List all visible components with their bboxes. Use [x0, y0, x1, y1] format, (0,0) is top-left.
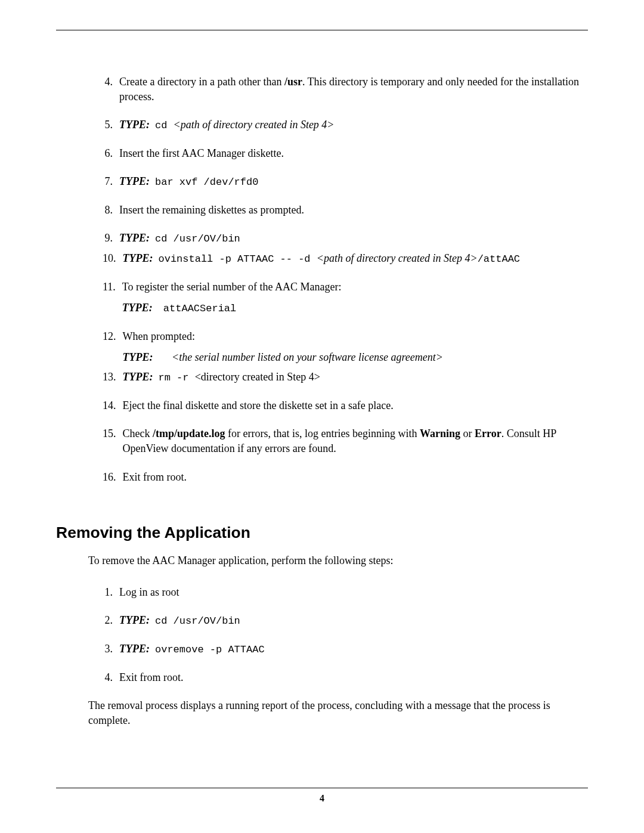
command: rm -r: [159, 372, 195, 383]
step-number: 16.: [103, 470, 123, 485]
step-12: 12. When prompted: TYPE: <the serial num…: [103, 329, 588, 365]
command: cd /usr/OV/bin: [155, 615, 240, 627]
step-number: 6.: [103, 146, 119, 161]
step-number: 2.: [103, 613, 119, 628]
step-text: TYPE: rm -r <directory created in Step 4…: [123, 370, 589, 385]
step-8: 8. Insert the remaining diskettes as pro…: [103, 203, 588, 218]
type-label: TYPE:: [122, 302, 153, 314]
type-label: TYPE:: [123, 371, 153, 383]
footer: 4: [56, 788, 588, 805]
step-9: 9. TYPE: cd /usr/OV/bin: [103, 231, 588, 246]
section-intro: To remove the AAC Manager application, p…: [88, 553, 588, 568]
step-text: When prompted:: [123, 329, 589, 344]
step-text: Exit from root.: [119, 670, 588, 685]
step-text: TYPE: ovremove -p ATTAAC: [119, 642, 588, 657]
usr-path: /usr: [284, 76, 302, 88]
closing-text: The removal process displays a running r…: [88, 698, 588, 728]
step-number: 1.: [103, 585, 119, 600]
step-number: 3.: [103, 642, 119, 657]
type-label: TYPE:: [119, 175, 150, 187]
step-number: 4.: [103, 75, 119, 104]
step-11: 11. To register the serial number of the…: [103, 280, 588, 316]
step-number: 9.: [103, 231, 119, 246]
remove-steps: 1. Log in as root 2. TYPE: cd /usr/OV/bi…: [103, 585, 588, 685]
step-text: Exit from root.: [123, 470, 589, 485]
command: bar xvf /dev/rfd0: [155, 176, 258, 188]
arg: <path of directory created in Step 4>: [317, 252, 478, 264]
step-number: 13.: [103, 370, 123, 385]
step-number: 7.: [103, 174, 119, 190]
type-label: TYPE:: [123, 252, 153, 264]
step-text: TYPE: cd <path of directory created in S…: [119, 117, 588, 133]
step-text: Insert the remaining diskettes as prompt…: [119, 203, 588, 218]
step-15: 15. Check /tmp/update.log for errors, th…: [103, 426, 588, 456]
section-heading: Removing the Application: [56, 522, 588, 544]
step-number: 15.: [103, 426, 123, 456]
step-text: TYPE: ovinstall -p ATTAAC -- -d <path of…: [123, 251, 589, 267]
step-number: 8.: [103, 203, 119, 218]
sub-command: TYPE: <the serial number listed on your …: [123, 350, 589, 365]
command: cd /usr/OV/bin: [155, 233, 240, 244]
page-content: 4. Create a directory in a path other th…: [0, 0, 644, 752]
plain-arg: <directory created in Step 4>: [195, 371, 320, 383]
step-5: 5. TYPE: cd <path of directory created i…: [103, 117, 588, 133]
command: attAACSerial: [163, 303, 236, 314]
log-path: /tmp/update.log: [153, 428, 225, 439]
step-16: 16. Exit from root.: [103, 470, 588, 485]
remove-step-3: 3. TYPE: ovremove -p ATTAAC: [103, 642, 588, 657]
step-text: TYPE: bar xvf /dev/rfd0: [119, 174, 588, 190]
remove-step-2: 2. TYPE: cd /usr/OV/bin: [103, 613, 588, 628]
arg: <the serial number listed on your softwa…: [172, 351, 443, 363]
error-word: Error: [475, 428, 501, 439]
step-4: 4. Create a directory in a path other th…: [103, 75, 588, 104]
step-14: 14. Eject the final diskette and store t…: [103, 398, 588, 413]
step-text: Create a directory in a path other than …: [119, 75, 588, 104]
command: cd: [155, 120, 174, 131]
command: ovinstall -p ATTAAC -- -d: [159, 253, 317, 265]
step-10: 10. TYPE: ovinstall -p ATTAAC -- -d <pat…: [103, 251, 588, 267]
step-text: TYPE: cd /usr/OV/bin: [119, 613, 588, 628]
step-text: Check /tmp/update.log for errors, that i…: [123, 426, 589, 456]
step-number: 10.: [103, 251, 123, 267]
step-text: Eject the final diskette and store the d…: [123, 398, 589, 413]
type-label: TYPE:: [119, 119, 150, 131]
type-label: TYPE:: [119, 643, 150, 655]
step-13: 13. TYPE: rm -r <directory created in St…: [103, 370, 588, 385]
step-text: To register the serial number of the AAC…: [122, 280, 588, 295]
step-7: 7. TYPE: bar xvf /dev/rfd0: [103, 174, 588, 190]
type-label: TYPE:: [123, 351, 153, 363]
page-number: 4: [320, 793, 324, 803]
step-number: 5.: [103, 117, 119, 133]
step-number: 11.: [103, 280, 122, 316]
command: /attAAC: [478, 253, 520, 265]
step-6: 6. Insert the first AAC Manager diskette…: [103, 146, 588, 161]
step-text: TYPE: cd /usr/OV/bin: [119, 231, 588, 246]
step-text: Log in as root: [119, 585, 588, 600]
step-number: 14.: [103, 398, 123, 413]
remove-step-1: 1. Log in as root: [103, 585, 588, 600]
warning-word: Warning: [420, 428, 460, 439]
step-number: 12.: [103, 329, 123, 365]
arg: <path of directory created in Step 4>: [174, 119, 335, 131]
sub-command: TYPE: attAACSerial: [122, 301, 588, 316]
install-steps: 4. Create a directory in a path other th…: [103, 75, 588, 485]
step-text: Insert the first AAC Manager diskette.: [119, 146, 588, 161]
type-label: TYPE:: [119, 614, 150, 626]
command: ovremove -p ATTAAC: [155, 644, 265, 655]
remove-step-4: 4. Exit from root.: [103, 670, 588, 685]
type-label: TYPE:: [119, 232, 150, 244]
step-number: 4.: [103, 670, 119, 685]
top-rule: [56, 30, 588, 30]
